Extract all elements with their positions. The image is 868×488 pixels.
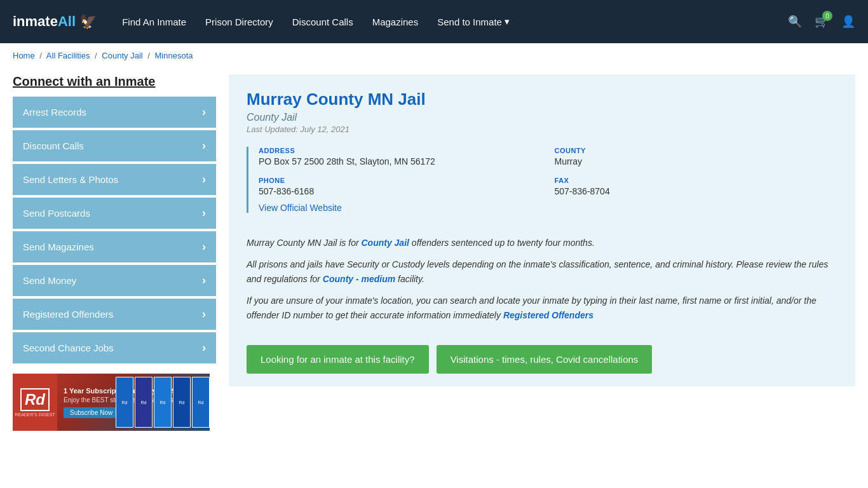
sidebar-item-label: Send Magazines xyxy=(23,241,94,252)
nav-discount-calls[interactable]: Discount Calls xyxy=(292,17,353,27)
chevron-right-icon: › xyxy=(202,173,206,186)
sidebar-item-label: Send Postcards xyxy=(23,208,90,219)
rd-logo-text: READER'S DIGEST xyxy=(15,412,55,417)
rd-logo: Rd xyxy=(20,388,50,411)
looking-for-inmate-button[interactable]: Looking for an inmate at this facility? xyxy=(247,345,429,374)
search-button[interactable]: 🔍 xyxy=(788,15,802,29)
nav-icons: 🔍 🛒 0 👤 xyxy=(788,15,855,29)
desc-para-3: If you are unsure of your inmate's locat… xyxy=(247,294,837,322)
address-block: ADDRESS PO Box 57 2500 28th St, Slayton,… xyxy=(259,147,542,166)
sidebar-item-send-money[interactable]: Send Money › xyxy=(13,265,216,296)
desc-para-2: All prisons and jails have Security or C… xyxy=(247,257,837,286)
nav-send-to-inmate[interactable]: Send to Inmate ▾ xyxy=(437,16,510,27)
sidebar-item-send-magazines[interactable]: Send Magazines › xyxy=(13,231,216,262)
county-medium-link[interactable]: County - medium xyxy=(323,274,395,284)
magazine-cover-5: Rd xyxy=(192,377,210,428)
nav-prison-directory[interactable]: Prison Directory xyxy=(205,17,273,27)
fax-value: 507-836-8704 xyxy=(555,186,838,196)
sidebar-item-registered-offenders[interactable]: Registered Offenders › xyxy=(13,299,216,330)
county-block: COUNTY Murray xyxy=(555,147,838,166)
chevron-right-icon: › xyxy=(202,207,206,220)
county-jail-link[interactable]: County Jail xyxy=(361,238,409,248)
magazine-cover-1: Rd xyxy=(116,377,133,428)
nav-links: Find An Inmate Prison Directory Discount… xyxy=(122,16,788,27)
facility-type: County Jail xyxy=(247,112,837,123)
cart-button[interactable]: 🛒 0 xyxy=(815,15,829,29)
breadcrumb-county-jail[interactable]: County Jail xyxy=(102,51,142,60)
registered-offenders-link[interactable]: Registered Offenders xyxy=(503,310,593,320)
logo[interactable]: inmateAll 🦅 xyxy=(13,13,97,30)
facility-name: Murray County MN Jail xyxy=(247,90,837,109)
chevron-right-icon: › xyxy=(202,105,206,119)
fax-block: FAX 507-836-8704 xyxy=(555,177,838,196)
sidebar-item-label: Second Chance Jobs xyxy=(23,342,114,353)
logo-text: inmateAll 🦅 xyxy=(13,13,97,30)
sidebar-item-label: Send Money xyxy=(23,275,76,286)
cart-badge: 0 xyxy=(822,11,832,21)
ad-logo-section: Rd READER'S DIGEST xyxy=(13,374,57,431)
info-grid: ADDRESS PO Box 57 2500 28th St, Slayton,… xyxy=(259,147,837,196)
facility-updated: Last Updated: July 12, 2021 xyxy=(247,125,837,134)
action-buttons: Looking for an inmate at this facility? … xyxy=(247,345,837,374)
sidebar-item-label: Discount Calls xyxy=(23,140,84,151)
county-label: COUNTY xyxy=(555,147,838,154)
phone-label: PHONE xyxy=(259,177,542,184)
description-section: Murray County MN Jail is for County Jail… xyxy=(247,226,837,335)
view-website-link[interactable]: View Official Website xyxy=(259,203,342,213)
navbar: inmateAll 🦅 Find An Inmate Prison Direct… xyxy=(0,0,868,43)
ad-magazines: Rd Rd Rd Rd Rd xyxy=(116,374,210,431)
chevron-right-icon: › xyxy=(202,139,206,152)
desc-para-1: Murray County MN Jail is for County Jail… xyxy=(247,236,837,250)
main-content: Murray County MN Jail County Jail Last U… xyxy=(229,74,855,431)
breadcrumb: Home / All Facilities / County Jail / Mi… xyxy=(0,43,868,68)
facility-card: Murray County MN Jail County Jail Last U… xyxy=(229,74,855,386)
chevron-right-icon: › xyxy=(202,308,206,321)
account-button[interactable]: 👤 xyxy=(841,15,855,29)
sidebar-item-label: Registered Offenders xyxy=(23,309,113,320)
breadcrumb-home[interactable]: Home xyxy=(13,51,35,60)
sidebar-title: Connect with an Inmate xyxy=(13,74,216,89)
ad-banner: Rd READER'S DIGEST 1 Year Subscription f… xyxy=(13,374,210,431)
chevron-right-icon: › xyxy=(202,274,206,287)
county-value: Murray xyxy=(555,156,838,166)
address-value: PO Box 57 2500 28th St, Slayton, MN 5617… xyxy=(259,156,542,166)
sidebar: Connect with an Inmate Arrest Records › … xyxy=(13,74,216,431)
nav-find-inmate[interactable]: Find An Inmate xyxy=(122,17,186,27)
nav-magazines[interactable]: Magazines xyxy=(372,17,419,27)
magazine-cover-4: Rd xyxy=(173,377,191,428)
sidebar-menu: Arrest Records › Discount Calls › Send L… xyxy=(13,97,216,363)
main-layout: Connect with an Inmate Arrest Records › … xyxy=(0,68,868,450)
sidebar-item-label: Arrest Records xyxy=(23,107,86,118)
magazine-cover-2: Rd xyxy=(135,377,153,428)
sidebar-item-label: Send Letters & Photos xyxy=(23,174,118,185)
phone-block: PHONE 507-836-6168 xyxy=(259,177,542,196)
sidebar-item-arrest-records[interactable]: Arrest Records › xyxy=(13,97,216,128)
breadcrumb-state[interactable]: Minnesota xyxy=(155,51,193,60)
sidebar-item-send-postcards[interactable]: Send Postcards › xyxy=(13,198,216,229)
magazine-cover-3: Rd xyxy=(154,377,172,428)
chevron-right-icon: › xyxy=(202,240,206,254)
phone-value: 507-836-6168 xyxy=(259,186,542,196)
sidebar-item-send-letters[interactable]: Send Letters & Photos › xyxy=(13,164,216,195)
ad-subscribe-button[interactable]: Subscribe Now xyxy=(64,407,119,418)
visitations-button[interactable]: Visitations - times, rules, Covid cancel… xyxy=(437,345,653,374)
breadcrumb-all-facilities[interactable]: All Facilities xyxy=(46,51,90,60)
facility-info: ADDRESS PO Box 57 2500 28th St, Slayton,… xyxy=(247,147,837,213)
chevron-right-icon: › xyxy=(202,341,206,355)
address-label: ADDRESS xyxy=(259,147,542,154)
sidebar-item-discount-calls[interactable]: Discount Calls › xyxy=(13,130,216,161)
fax-label: FAX xyxy=(555,177,838,184)
sidebar-item-second-chance-jobs[interactable]: Second Chance Jobs › xyxy=(13,332,216,363)
